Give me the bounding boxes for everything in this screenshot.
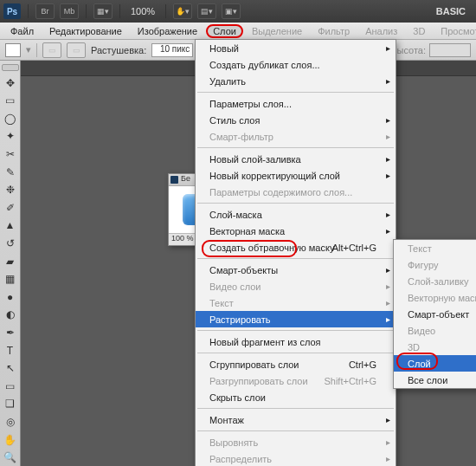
menu-align: Выровнять (196, 434, 396, 450)
menu-layer-style[interactable]: Стиль слоя (196, 112, 396, 128)
rasterize-type: Текст (394, 240, 476, 256)
shape-tool[interactable]: ▭ (2, 378, 19, 395)
rasterize-smart-object[interactable]: Смарт-объект (394, 306, 476, 322)
menu-layer-mask[interactable]: Слой-маска (196, 206, 396, 223)
move-tool[interactable]: ✥ (2, 74, 19, 92)
menu-view[interactable]: Просмотр (434, 24, 476, 38)
menu-type: Текст (196, 294, 396, 311)
menu-analysis[interactable]: Анализ (358, 24, 404, 38)
eraser-tool[interactable]: ▰ (2, 253, 19, 270)
menu-new-slice[interactable]: Новый фрагмент из слоя (196, 333, 396, 350)
feather-input[interactable]: 10 пикс (151, 43, 193, 57)
menu-vector-mask[interactable]: Векторная маска (196, 223, 396, 239)
3d-tool[interactable]: ❑ (2, 396, 19, 413)
ps-logo: Ps (3, 3, 21, 19)
menu-arrange[interactable]: Монтаж (196, 411, 396, 428)
menu-layer-props[interactable]: Параметры слоя... (196, 95, 396, 112)
zoom-tool[interactable]: 🔍 (2, 449, 19, 466)
3d-camera-tool[interactable]: ◎ (2, 413, 19, 430)
menu-new[interactable]: Новый (196, 40, 396, 56)
pen-tool[interactable]: ✒ (2, 324, 19, 341)
arrange-docs-button[interactable]: ▤▾ (197, 3, 216, 19)
menu-video-layers: Видео слои (196, 278, 396, 294)
layer-menu-dropdown: Новый Создать дубликат слоя... Удалить П… (195, 39, 396, 466)
app-bar: Ps Br Mb ▦▾ 100% ✋▾ ▤▾ ▣▾ BASIC (0, 0, 476, 23)
menu-delete[interactable]: Удалить (196, 73, 396, 89)
rasterize-submenu: Текст Фигуру Слой-заливку Векторную маск… (393, 239, 476, 389)
workspace-switcher[interactable]: BASIC (436, 6, 473, 16)
menu-image[interactable]: Изображение (131, 24, 204, 38)
stamp-tool[interactable]: ▲ (2, 217, 19, 235)
menu-smart-filter: Смарт-фильтр (196, 128, 396, 145)
wand-tool[interactable]: ✦ (2, 128, 19, 146)
brush-tool[interactable]: ✐ (2, 199, 19, 217)
menu-group-layers[interactable]: Сгруппировать слоиCtrl+G (196, 356, 396, 372)
menu-file[interactable]: Файл (3, 24, 41, 38)
menu-ungroup-layers: Разгруппировать слоиShift+Ctrl+G (196, 372, 396, 389)
gradient-tool[interactable]: ▦ (2, 270, 19, 288)
workspace: ✥ ▭ ◯ ✦ ✂ ✎ ❉ ✐ ▲ ↺ ▰ ▦ ● ◐ ✒ T ↖ ▭ ❑ ◎ … (0, 61, 476, 466)
zoom-level[interactable]: 100% (127, 6, 158, 16)
menu-duplicate-layer[interactable]: Создать дубликат слоя... (196, 56, 396, 73)
menu-distribute: Распределить (196, 450, 396, 466)
rasterize-vector-mask: Векторную маску (394, 289, 476, 306)
rasterize-3d: 3D (394, 339, 476, 355)
crop-tool[interactable]: ✂ (2, 146, 19, 163)
menu-select[interactable]: Выделение (245, 24, 309, 38)
menu-clipping-mask[interactable]: Создать обтравочную маскуAlt+Ctrl+G (196, 239, 396, 256)
menu-filter[interactable]: Фильтр (311, 24, 357, 38)
rasterize-fill: Слой-заливку (394, 273, 476, 289)
canvas-area: Бе 100 % Новый Создать дубликат слоя... … (21, 61, 476, 466)
height-input[interactable] (429, 43, 471, 57)
menu-edit[interactable]: Редактирование (42, 24, 129, 38)
menu-hide-layers[interactable]: Скрыть слои (196, 389, 396, 405)
heal-tool[interactable]: ❉ (2, 181, 19, 198)
view-extras-button[interactable]: ▦▾ (93, 3, 113, 19)
menu-bar: Файл Редактирование Изображение Слои Выд… (0, 23, 476, 40)
history-brush-tool[interactable]: ↺ (2, 235, 19, 252)
menu-new-adjustment[interactable]: Новый корректирующий слой (196, 167, 396, 184)
toolbox-grip[interactable] (2, 64, 19, 71)
screenmode-button[interactable]: ▣▾ (222, 3, 241, 19)
path-tool[interactable]: ↖ (2, 359, 19, 377)
rasterize-all[interactable]: Все слои (394, 372, 476, 388)
menu-layer-content-opts: Параметры содержимого слоя... (196, 184, 396, 200)
eyedropper-tool[interactable]: ✎ (2, 164, 19, 181)
marquee-tool-preset[interactable] (5, 43, 21, 57)
selection-add-icon[interactable]: ▭ (67, 42, 86, 58)
lasso-tool[interactable]: ◯ (2, 110, 19, 127)
blur-tool[interactable]: ● (2, 288, 19, 306)
menu-new-fill[interactable]: Новый слой-заливка (196, 151, 396, 167)
dodge-tool[interactable]: ◐ (2, 307, 19, 324)
menu-smart-objects[interactable]: Смарт-объекты (196, 262, 396, 278)
rasterize-video: Видео (394, 322, 476, 339)
minibridge-button[interactable]: Mb (60, 3, 79, 19)
selection-new-icon[interactable]: ▭ (42, 42, 61, 58)
bridge-button[interactable]: Br (35, 3, 55, 19)
rasterize-layer[interactable]: Слой (394, 355, 476, 372)
toolbox: ✥ ▭ ◯ ✦ ✂ ✎ ❉ ✐ ▲ ↺ ▰ ▦ ● ◐ ✒ T ↖ ▭ ❑ ◎ … (0, 61, 21, 466)
feather-label: Растушевка: (91, 45, 146, 55)
hand-tool-button[interactable]: ✋▾ (173, 3, 192, 19)
hand-tool[interactable]: ✋ (2, 431, 19, 449)
marquee-tool[interactable]: ▭ (2, 92, 19, 109)
menu-3d[interactable]: 3D (406, 24, 432, 38)
menu-layer[interactable]: Слои (206, 24, 243, 38)
rasterize-shape: Фигуру (394, 256, 476, 273)
type-tool[interactable]: T (2, 342, 19, 359)
menu-rasterize[interactable]: Растрировать (196, 311, 396, 327)
